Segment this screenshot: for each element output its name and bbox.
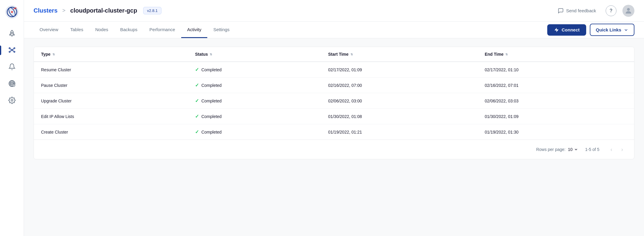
svg-point-6: [11, 32, 13, 34]
send-feedback-label: Send feedback: [566, 8, 596, 13]
version-badge: v2.8.1: [143, 7, 161, 14]
tab-settings[interactable]: Settings: [207, 22, 235, 38]
sidebar-item-alerts[interactable]: [5, 60, 19, 74]
svg-line-15: [13, 50, 14, 51]
status-label-1: Completed: [201, 83, 222, 88]
cell-end-time-3: 01/30/2022, 01:09: [477, 109, 634, 124]
rows-dropdown-icon: [574, 147, 578, 152]
col-header-end-time[interactable]: End Time ⇅: [477, 47, 634, 62]
cell-status-4: ✓ Completed: [188, 124, 321, 140]
col-header-status[interactable]: Status ⇅: [188, 47, 321, 62]
table-row: Resume Cluster ✓ Completed 02/17/2022, 0…: [34, 62, 634, 78]
prev-page-button[interactable]: ‹: [607, 145, 616, 154]
breadcrumb-clusters[interactable]: Clusters: [34, 7, 58, 14]
user-avatar[interactable]: [622, 5, 634, 17]
svg-line-12: [10, 49, 11, 49]
rows-per-page: Rows per page: 10: [536, 147, 578, 152]
bell-icon: [8, 63, 16, 71]
tab-backups[interactable]: Backups: [114, 22, 143, 38]
sidebar-item-rocket[interactable]: [5, 26, 19, 41]
cell-end-time-1: 02/16/2022, 07:01: [477, 78, 634, 93]
cell-status-1: ✓ Completed: [188, 78, 321, 93]
sidebar-item-nodes[interactable]: [5, 43, 19, 58]
app-logo[interactable]: [5, 5, 19, 19]
tabs-list: Overview Tables Nodes Backups Performanc…: [34, 22, 235, 38]
send-feedback-button[interactable]: Send feedback: [554, 5, 600, 16]
breadcrumb-separator: >: [62, 7, 66, 14]
svg-point-10: [9, 51, 10, 52]
cell-end-time-4: 01/19/2022, 01:30: [477, 124, 634, 140]
sort-icon-start-time: ⇅: [350, 53, 353, 56]
table-header-row: Type ⇅ Status ⇅: [34, 47, 634, 62]
tab-performance[interactable]: Performance: [143, 22, 181, 38]
svg-point-25: [627, 8, 630, 10]
col-header-start-time[interactable]: Start Time ⇅: [321, 47, 477, 62]
cell-start-time-4: 01/19/2022, 01:21: [321, 124, 477, 140]
sort-icon-type: ⇅: [52, 53, 55, 56]
nodes-icon: [8, 46, 16, 55]
status-check-icon-1: ✓: [195, 82, 199, 88]
rows-per-page-label: Rows per page:: [536, 147, 566, 152]
cell-type-3: Edit IP Allow Lists: [34, 109, 188, 124]
connect-icon: [554, 27, 559, 33]
sort-icon-status: ⇅: [210, 53, 212, 56]
cell-status-2: ✓ Completed: [188, 93, 321, 109]
help-button[interactable]: ?: [606, 5, 616, 16]
cell-start-time-2: 02/06/2022, 03:00: [321, 93, 477, 109]
table-footer: Rows per page: 10 1-5 of 5 ‹ ›: [34, 140, 634, 159]
cell-status-0: ✓ Completed: [188, 62, 321, 78]
cell-end-time-2: 02/06/2022, 03:03: [477, 93, 634, 109]
svg-point-11: [14, 51, 15, 52]
connect-button[interactable]: Connect: [547, 24, 586, 36]
quick-links-button[interactable]: Quick Links: [590, 24, 634, 36]
chevron-down-icon: [624, 28, 628, 32]
feedback-icon: [558, 8, 564, 14]
table-body: Resume Cluster ✓ Completed 02/17/2022, 0…: [34, 62, 634, 140]
sidebar-item-globe[interactable]: [5, 77, 19, 91]
table-row: Edit IP Allow Lists ✓ Completed 01/30/20…: [34, 109, 634, 124]
cell-type-0: Resume Cluster: [34, 62, 188, 78]
rocket-icon: [8, 30, 16, 38]
cell-start-time-1: 02/16/2022, 07:00: [321, 78, 477, 93]
settings-icon: [8, 97, 16, 105]
svg-point-3: [11, 11, 13, 13]
tab-activity[interactable]: Activity: [181, 22, 208, 38]
quick-links-label: Quick Links: [596, 27, 621, 32]
header-breadcrumb: Clusters > cloudportal-cluster-gcp v2.8.…: [34, 7, 161, 14]
sort-icon-end-time: ⇅: [505, 53, 508, 56]
tab-tables[interactable]: Tables: [64, 22, 89, 38]
svg-line-14: [10, 50, 11, 51]
cell-start-time-0: 02/17/2022, 01:09: [321, 62, 477, 78]
table-row: Upgrade Cluster ✓ Completed 02/06/2022, …: [34, 93, 634, 109]
connect-label: Connect: [562, 27, 580, 32]
pagination-info: 1-5 of 5: [585, 147, 599, 152]
svg-line-13: [13, 49, 14, 49]
status-check-icon-3: ✓: [195, 114, 199, 119]
status-label-4: Completed: [201, 130, 222, 134]
rows-per-page-select[interactable]: 10: [568, 147, 578, 152]
cell-type-1: Pause Cluster: [34, 78, 188, 93]
svg-point-7: [11, 49, 13, 51]
status-check-icon-0: ✓: [195, 67, 199, 72]
activity-table-container: Type ⇅ Status ⇅: [34, 47, 634, 159]
cell-start-time-3: 01/30/2022, 01:08: [321, 109, 477, 124]
cell-type-2: Upgrade Cluster: [34, 93, 188, 109]
col-header-type[interactable]: Type ⇅: [34, 47, 188, 62]
help-label: ?: [610, 8, 613, 13]
avatar-icon: [624, 7, 633, 15]
table-row: Pause Cluster ✓ Completed 02/16/2022, 07…: [34, 78, 634, 93]
sidebar: [0, 0, 24, 236]
tab-nodes[interactable]: Nodes: [89, 22, 114, 38]
sidebar-item-settings[interactable]: [5, 93, 19, 108]
svg-point-9: [14, 48, 15, 49]
svg-point-8: [9, 48, 10, 49]
status-label-2: Completed: [201, 99, 222, 103]
next-page-button[interactable]: ›: [617, 145, 627, 154]
tab-overview[interactable]: Overview: [34, 22, 64, 38]
status-check-icon-4: ✓: [195, 129, 199, 135]
tabs-actions: Connect Quick Links: [547, 24, 634, 36]
top-header: Clusters > cloudportal-cluster-gcp v2.8.…: [24, 0, 644, 22]
globe-icon: [8, 80, 16, 88]
status-check-icon-2: ✓: [195, 98, 199, 104]
table-row: Create Cluster ✓ Completed 01/19/2022, 0…: [34, 124, 634, 140]
